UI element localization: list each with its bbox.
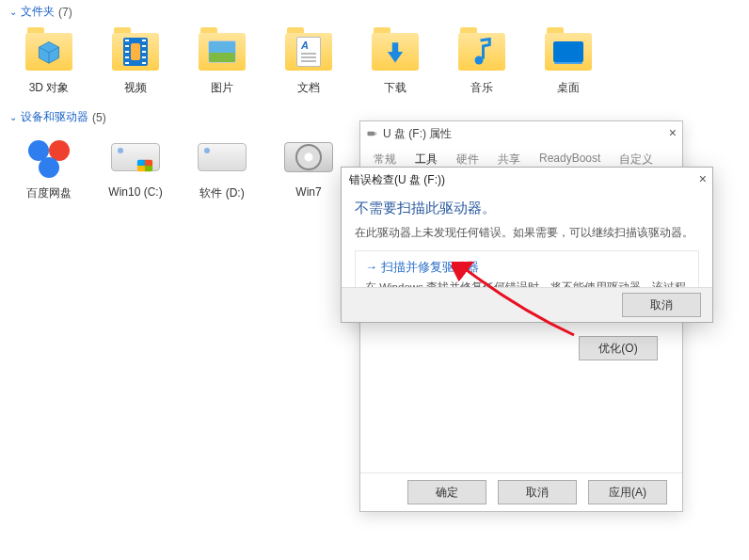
hdd-icon: [111, 143, 160, 171]
section-header-label: 设备和驱动器: [21, 109, 88, 125]
cancel-button[interactable]: 取消: [622, 293, 701, 317]
music-note-icon: [470, 38, 494, 66]
folder-label: 视频: [124, 80, 147, 96]
error-check-subtext: 在此驱动器上未发现任何错误。如果需要，可以继续扫描该驱动器。: [355, 225, 699, 241]
device-label: Win7: [295, 185, 321, 199]
folder-icon: [23, 27, 75, 76]
hdd-icon: [198, 143, 247, 171]
folder-icon: [542, 27, 595, 76]
properties-footer: 确定 取消 应用(A): [360, 472, 682, 511]
section-header-label: 文件夹: [21, 4, 55, 20]
filmstrip-icon: [123, 38, 148, 66]
chevron-down-icon: ⌄: [9, 7, 17, 17]
device-software-d[interactable]: 软件 (D:): [192, 133, 252, 201]
folder-label: 3D 对象: [29, 80, 70, 96]
cancel-button[interactable]: 取消: [498, 480, 577, 504]
drive-icon: [109, 133, 162, 182]
folder-icon: [109, 27, 162, 76]
properties-titlebar[interactable]: U 盘 (F:) 属性 ×: [360, 121, 682, 146]
ok-button[interactable]: 确定: [407, 480, 486, 504]
folder-music[interactable]: 音乐: [452, 27, 512, 96]
app-icon: [23, 133, 75, 182]
device-baidu-netdisk[interactable]: 百度网盘: [19, 133, 79, 201]
folder-desktop[interactable]: 桌面: [538, 27, 598, 96]
folder-label: 图片: [211, 80, 233, 96]
chevron-down-icon: ⌄: [9, 112, 17, 122]
device-label: 软件 (D:): [199, 185, 244, 201]
optical-drive-icon: [284, 142, 333, 172]
monitor-icon: [553, 41, 583, 62]
error-check-title: 错误检查(U 盘 (F:)): [349, 172, 445, 188]
section-header-count: (7): [58, 6, 72, 19]
error-check-titlebar[interactable]: 错误检查(U 盘 (F:)) ×: [342, 168, 712, 192]
error-check-footer: 取消: [342, 287, 712, 322]
picture-icon: [208, 40, 236, 63]
device-label: 百度网盘: [26, 185, 72, 201]
folders-grid: 3D 对象 视频 图片 文档: [0, 25, 749, 105]
close-icon[interactable]: ×: [669, 125, 677, 140]
folder-icon: [369, 27, 422, 76]
usb-drive-icon: [366, 128, 377, 139]
apply-button[interactable]: 应用(A): [588, 480, 667, 504]
baidu-netdisk-icon: [28, 136, 70, 178]
drive-icon: [282, 133, 335, 182]
folder-label: 音乐: [470, 80, 493, 96]
folder-label: 桌面: [557, 80, 580, 96]
folder-pictures[interactable]: 图片: [192, 27, 252, 96]
device-win10-c[interactable]: Win10 (C:): [105, 133, 166, 201]
optimize-button[interactable]: 优化(O): [579, 336, 658, 360]
arrow-right-icon: →: [365, 260, 377, 274]
error-check-heading: 不需要扫描此驱动器。: [355, 200, 699, 217]
scan-link-label: 扫描并修复驱动器: [381, 260, 479, 274]
folder-icon: [455, 27, 508, 76]
close-icon[interactable]: ×: [699, 171, 707, 186]
folder-icon: [282, 27, 335, 76]
svg-point-2: [475, 56, 484, 65]
section-header-count: (5): [92, 111, 106, 124]
folder-downloads[interactable]: 下载: [365, 27, 425, 96]
properties-title: U 盘 (F:) 属性: [383, 126, 452, 142]
error-check-dialog: 错误检查(U 盘 (F:)) × 不需要扫描此驱动器。 在此驱动器上未发现任何错…: [341, 167, 713, 323]
folder-3d-objects[interactable]: 3D 对象: [19, 27, 79, 96]
folder-documents[interactable]: 文档: [279, 27, 339, 96]
svg-rect-4: [374, 133, 376, 136]
drive-icon: [196, 133, 248, 182]
device-label: Win10 (C:): [108, 185, 162, 199]
folder-icon: [196, 27, 248, 76]
download-arrow-icon: [383, 40, 407, 64]
section-header-folders[interactable]: ⌄ 文件夹 (7): [0, 0, 749, 25]
folder-videos[interactable]: 视频: [105, 27, 166, 96]
scan-and-repair-link[interactable]: →扫描并修复驱动器: [365, 259, 689, 276]
device-win7[interactable]: Win7: [279, 133, 339, 201]
folder-label: 文档: [297, 80, 320, 96]
document-icon: [296, 37, 321, 67]
folder-label: 下载: [384, 80, 406, 96]
svg-rect-3: [368, 132, 375, 136]
cube-icon: [37, 40, 61, 64]
